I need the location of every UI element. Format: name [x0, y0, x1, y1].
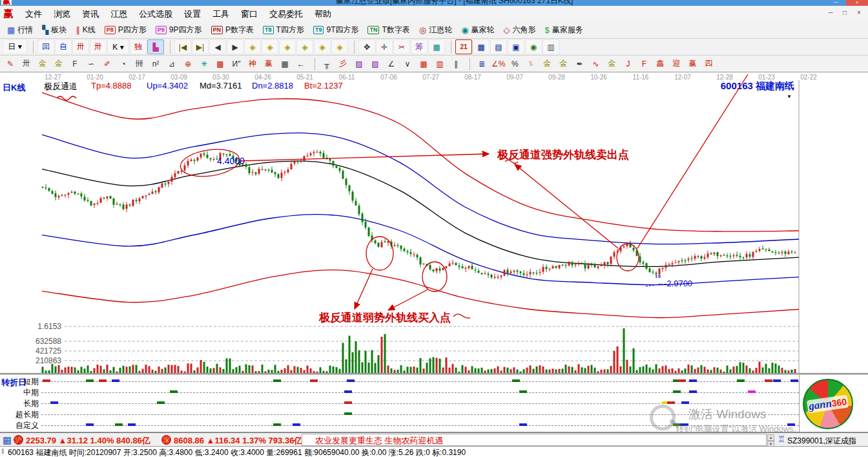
- 9p-square-button[interactable]: P99P四方形: [151, 23, 207, 37]
- spiral-icon[interactable]: ∽: [83, 56, 99, 71]
- shen-ruler-icon[interactable]: 神: [245, 56, 260, 71]
- calculator-icon[interactable]: ▦: [473, 39, 490, 54]
- red-grid-icon[interactable]: ▦: [416, 56, 431, 71]
- p-square-button[interactable]: P8P四方形: [100, 23, 151, 37]
- purple-grid-icon[interactable]: ▨: [351, 56, 367, 71]
- red-grid2-icon[interactable]: ▥: [432, 56, 448, 71]
- calendar-icon[interactable]: 21: [455, 39, 472, 54]
- grid-table-icon[interactable]: ▦: [428, 39, 445, 54]
- menu-item-交易委托[interactable]: 交易委托: [264, 9, 309, 19]
- child-restore-button[interactable]: □: [838, 8, 851, 18]
- next-bar-icon[interactable]: ▶: [227, 39, 243, 54]
- bars-3-icon[interactable]: 卅: [72, 39, 89, 54]
- wave-mark-icon[interactable]: И″: [229, 56, 244, 71]
- menu-item-帮助[interactable]: 帮助: [309, 9, 337, 19]
- diamond-nav-2-icon[interactable]: ◈: [262, 39, 278, 54]
- menu-item-公式选股[interactable]: 公式选股: [133, 9, 178, 19]
- price-ruler-icon[interactable]: ≣: [474, 56, 490, 71]
- ying-ruler-icon[interactable]: 赢: [261, 56, 276, 71]
- gold-ruler-icon[interactable]: 金: [35, 56, 50, 71]
- window-mode-icon[interactable]: 回: [37, 39, 54, 54]
- percent-line-icon[interactable]: ﹪: [523, 56, 539, 71]
- f-angle-icon[interactable]: F: [636, 56, 652, 71]
- chart-area[interactable]: 12-2701-2002-1703-0903-3004-2605-2106-11…: [0, 72, 868, 375]
- bars-9-icon[interactable]: 卅: [90, 39, 107, 54]
- gold-ruler2-icon[interactable]: 金: [51, 56, 67, 71]
- more-tools-icon[interactable]: ▥: [542, 39, 559, 54]
- crosshair-icon[interactable]: ✛: [376, 39, 393, 54]
- f-ruler-icon[interactable]: F: [67, 56, 83, 71]
- percent-angle-icon[interactable]: ∠%: [490, 56, 506, 71]
- child-minimize-button[interactable]: ─: [824, 8, 837, 18]
- diamond-nav-5-icon[interactable]: ◈: [314, 39, 331, 54]
- ruler2-icon[interactable]: 卌: [132, 56, 147, 71]
- diamond-nav-6-icon[interactable]: ◈: [331, 39, 348, 54]
- p-table-button[interactable]: PNP数字表: [207, 23, 259, 37]
- menu-item-江恩[interactable]: 江恩: [105, 9, 133, 19]
- gold-angle-icon[interactable]: 金: [604, 56, 619, 71]
- marker-pen-icon[interactable]: ✐: [99, 56, 115, 71]
- menu-item-浏览[interactable]: 浏览: [48, 9, 76, 19]
- zigzag-icon[interactable]: ∨: [400, 56, 415, 71]
- chips-distribution-icon[interactable]: 筹: [411, 39, 428, 54]
- candlestick-chart[interactable]: 1.6153632588421725210863极反通道强势外轨线卖出点极反通道…: [0, 72, 868, 375]
- n-square-icon[interactable]: n²: [148, 56, 163, 71]
- first-bar-icon[interactable]: |◀: [174, 39, 191, 54]
- arrow-left-icon[interactable]: ←: [293, 56, 309, 71]
- gann-fan-icon[interactable]: 彡: [335, 56, 351, 71]
- titlebar-close-button[interactable]: ×: [846, 0, 868, 6]
- statusbar-index-name[interactable]: SZ399001,深证成指: [787, 436, 856, 447]
- menu-item-文件[interactable]: 文件: [19, 9, 48, 19]
- volume-profile-icon[interactable]: ▙: [147, 39, 164, 54]
- angle-line-icon[interactable]: ∠: [384, 56, 399, 71]
- t-table-button[interactable]: TNT数字表: [363, 23, 414, 37]
- j-angle-icon[interactable]: J: [620, 56, 636, 71]
- gold-circle-icon[interactable]: 金: [539, 56, 555, 71]
- kline-button[interactable]: ∥K线: [71, 23, 100, 37]
- prev-bar-icon[interactable]: ◀: [209, 39, 226, 54]
- quote-grid-icon[interactable]: ▦: [3, 434, 12, 446]
- grid-123-icon[interactable]: ▦: [277, 56, 293, 71]
- xin-angle-icon[interactable]: 鑫: [652, 56, 668, 71]
- ink-brush-icon[interactable]: ✒: [572, 56, 587, 71]
- t-square-icon[interactable]: ╥: [319, 56, 335, 71]
- percent-icon[interactable]: %: [507, 56, 522, 71]
- grid-target-icon[interactable]: ▩: [212, 56, 228, 71]
- parallel-lines-icon[interactable]: ∥: [448, 56, 464, 71]
- indicator-name[interactable]: 极反通道: [44, 81, 78, 92]
- last-bar-icon[interactable]: ▶|: [192, 39, 209, 54]
- symbol-caret-icon[interactable]: ▼: [787, 94, 792, 100]
- pen-knife-icon[interactable]: ✎: [3, 56, 18, 71]
- menu-item-资讯[interactable]: 资讯: [76, 9, 105, 19]
- menu-item-工具[interactable]: 工具: [207, 9, 235, 19]
- menu-item-设置[interactable]: 设置: [178, 9, 207, 19]
- scissors-icon[interactable]: ✂: [393, 39, 410, 54]
- market-button[interactable]: ▦行情: [3, 23, 37, 37]
- triangle-icon[interactable]: ⊿: [164, 56, 180, 71]
- compass-icon[interactable]: ⊕: [180, 56, 196, 71]
- star-target-icon[interactable]: ✳: [196, 56, 212, 71]
- wave-icon[interactable]: ∿: [588, 56, 603, 71]
- shanghai-index-quote[interactable]: 2253.79 ▲31.12 1.40% 840.86亿: [26, 435, 150, 447]
- gold-bars-icon[interactable]: 金: [555, 56, 571, 71]
- gann-wheel-button[interactable]: ◎江恩轮: [415, 23, 457, 37]
- web-export-icon[interactable]: ◉: [525, 39, 542, 54]
- diamond-nav-4-icon[interactable]: ◈: [296, 39, 313, 54]
- win-box-icon[interactable]: 赢: [685, 56, 700, 71]
- shenzhen-index-quote[interactable]: 8608.86 ▲116.34 1.37% 793.36亿: [174, 435, 302, 447]
- purple-grid2-icon[interactable]: ▧: [367, 56, 383, 71]
- save-icon[interactable]: ▣: [508, 39, 524, 54]
- menu-item-窗口[interactable]: 窗口: [235, 9, 264, 19]
- winner-wheel-button[interactable]: ◉赢家轮: [457, 23, 499, 37]
- candle-style-selector[interactable]: K ▾: [107, 39, 129, 54]
- 9t-square-button[interactable]: T99T四方形: [309, 23, 364, 37]
- diamond-nav-3-icon[interactable]: ◈: [279, 39, 296, 54]
- t-square-button[interactable]: T8T四方形: [258, 23, 309, 37]
- child-close-button[interactable]: ×: [852, 8, 865, 18]
- winner-service-button[interactable]: $赢家服务: [541, 23, 588, 37]
- notebook-icon[interactable]: ▤: [490, 39, 507, 54]
- si-box-icon[interactable]: 四: [701, 56, 716, 71]
- pan-hand-icon[interactable]: ✥: [358, 39, 375, 54]
- titlebar-minimize-button[interactable]: ─: [827, 0, 845, 6]
- ying-box-icon[interactable]: 迎: [668, 56, 684, 71]
